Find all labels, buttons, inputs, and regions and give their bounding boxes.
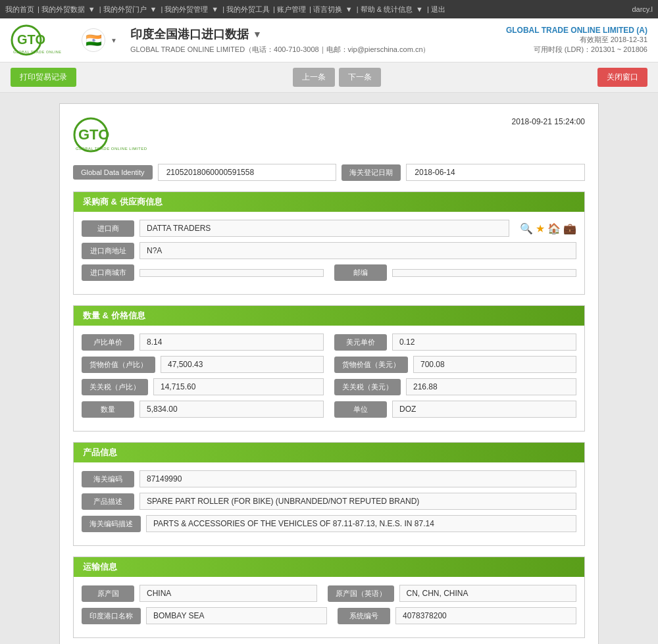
- nav-trade-tools[interactable]: 我的外贸工具: [226, 5, 270, 14]
- tax-row: 关关税（卢比） 14,715.60 关关税（美元） 216.88: [82, 378, 576, 395]
- price-body: 卢比单价 8.14 美元单价 0.12 货物价值（卢比） 47,500.43 货…: [74, 326, 584, 431]
- svg-text:GLOBAL TRADE ONLINE LIMITED: GLOBAL TRADE ONLINE LIMITED: [76, 147, 147, 151]
- home-icon[interactable]: 🏠: [547, 222, 561, 235]
- rupee-unit-value: 8.14: [139, 334, 324, 351]
- product-section-title: 产品信息: [74, 443, 584, 462]
- origin-cn-value: CHINA: [139, 585, 317, 602]
- qty-value: 5,834.00: [139, 401, 324, 418]
- top-toolbar: 打印贸易记录 上一条 下一条 关闭窗口: [0, 62, 658, 93]
- close-button-top[interactable]: 关闭窗口: [597, 68, 647, 87]
- record-datetime: 2018-09-21 15:24:00: [512, 117, 585, 126]
- origin-cn-label: 原产国: [82, 585, 134, 602]
- gdi-value: 21052018060000591558: [158, 164, 337, 181]
- importer-row: 进口商 DATTA TRADERS 🔍 ★ 🏠 💼: [82, 220, 576, 237]
- svg-text:GTO: GTO: [78, 126, 109, 143]
- rupee-tax-value: 14,715.60: [153, 378, 324, 395]
- page-header: GTO GLOBAL TRADE ONLINE 🇮🇳 ▼ 印度全国港口进口数据 …: [0, 18, 658, 62]
- origin-en-label: 原产国（英语）: [328, 585, 394, 602]
- customs-date-value: 2018-06-14: [406, 164, 585, 181]
- usd-tax-value: 216.88: [406, 378, 576, 395]
- usd-val-label: 货物价值（美元）: [334, 357, 408, 373]
- logo-area: GTO GLOBAL TRADE ONLINE 🇮🇳 ▼: [11, 24, 117, 57]
- briefcase-icon[interactable]: 💼: [563, 222, 576, 235]
- gdi-label: Global Data Identity: [73, 165, 153, 180]
- hs-code-label: 海关编码: [82, 471, 134, 487]
- nav-trade-data[interactable]: 我的外贸数据: [41, 5, 85, 14]
- ldr-range: 可用时段 (LDR)：201301 ~ 201806: [506, 45, 647, 55]
- rupee-val-label: 货物价值（卢比）: [82, 357, 155, 373]
- product-desc-label: 产品描述: [82, 493, 134, 510]
- origin-row: 原产国 CHINA 原产国（英语） CN, CHN, CHINA: [82, 585, 576, 602]
- next-button-top[interactable]: 下一条: [339, 68, 381, 87]
- validity: 有效期至 2018-12-31: [506, 35, 647, 45]
- rupee-tax-label: 关关税（卢比）: [82, 379, 148, 395]
- address-row: 进口商地址 N?A: [82, 242, 576, 259]
- product-desc-value: SPARE PART ROLLER (FOR BIKE) (UNBRANDED/…: [139, 493, 576, 510]
- header-middle: 印度全国港口进口数据 ▼ GLOBAL TRADE ONLINE LIMITED…: [130, 26, 506, 55]
- unit-value: DOZ: [392, 401, 576, 418]
- nav-account[interactable]: 账户管理: [277, 5, 306, 14]
- nav-home[interactable]: 我的首页: [5, 5, 34, 14]
- nav-logout[interactable]: 退出: [431, 5, 445, 14]
- city-row: 进口商城市 邮编: [82, 264, 576, 281]
- customs-date-label: 海关登记日期: [342, 164, 401, 181]
- address-value: N?A: [139, 242, 576, 259]
- prev-button-top[interactable]: 上一条: [293, 68, 335, 87]
- hs-desc-value: PARTS & ACCESSORIES OF THE VEHICLES OF 8…: [146, 515, 576, 532]
- sys-value: 4078378200: [395, 607, 576, 624]
- hs-desc-row: 海关编码描述 PARTS & ACCESSORIES OF THE VEHICL…: [82, 515, 576, 532]
- importer-value: DATTA TRADERS: [139, 220, 509, 237]
- gdi-row: Global Data Identity 2105201806000059155…: [73, 164, 585, 181]
- usd-tax-label: 关关税（美元）: [334, 379, 401, 395]
- usd-unit-value: 0.12: [392, 334, 576, 351]
- top-navigation: 我的首页 | 我的外贸数据 ▼ | 我的外贸门户 ▼ | 我的外贸管理 ▼ | …: [0, 0, 658, 18]
- product-body: 海关编码 87149990 产品描述 SPARE PART ROLLER (FO…: [74, 462, 584, 545]
- transport-section: 运输信息 原产国 CHINA 原产国（英语） CN, CHN, CHINA 印度…: [73, 557, 585, 638]
- price-section-title: 数量 & 价格信息: [74, 306, 584, 326]
- rupee-val-value: 47,500.43: [161, 356, 324, 373]
- price-section: 数量 & 价格信息 卢比单价 8.14 美元单价 0.12 货物价值（卢比） 4…: [73, 305, 585, 432]
- svg-text:GTO: GTO: [17, 32, 45, 47]
- user-name: darcy.l: [632, 5, 653, 13]
- usd-unit-label: 美元单价: [334, 334, 387, 351]
- hs-desc-label: 海关编码描述: [82, 516, 141, 532]
- port-label: 印度港口名称: [82, 608, 141, 624]
- postal-value: [392, 269, 576, 277]
- country-flag: 🇮🇳: [82, 28, 105, 52]
- print-button-top[interactable]: 打印贸易记录: [11, 68, 76, 87]
- city-value: [139, 269, 324, 277]
- flag-dropdown-icon[interactable]: ▼: [111, 37, 117, 44]
- transport-section-title: 运输信息: [74, 557, 584, 577]
- nav-help[interactable]: 帮助 & 统计信息: [361, 5, 413, 14]
- search-icon[interactable]: 🔍: [520, 222, 533, 235]
- rupee-unit-label: 卢比单价: [82, 334, 134, 351]
- star-icon[interactable]: ★: [536, 222, 545, 235]
- qty-label: 数量: [82, 401, 134, 418]
- buyer-supplier-body: 进口商 DATTA TRADERS 🔍 ★ 🏠 💼 进口商地址 N?A 进口商城…: [74, 212, 584, 294]
- postal-label: 邮编: [334, 264, 387, 281]
- buyer-supplier-section-title: 采购商 & 供应商信息: [74, 192, 584, 212]
- nav-trade-portal[interactable]: 我的外贸门户: [103, 5, 147, 14]
- sys-label: 系统编号: [338, 608, 390, 624]
- svg-text:GLOBAL TRADE ONLINE: GLOBAL TRADE ONLINE: [13, 50, 61, 54]
- company-name: GLOBAL TRADE ONLINE LIMITED (A): [506, 26, 647, 35]
- header-right: GLOBAL TRADE ONLINE LIMITED (A) 有效期至 201…: [506, 26, 647, 55]
- importer-icons: 🔍 ★ 🏠 💼: [520, 222, 576, 235]
- usd-val-value: 700.08: [413, 356, 576, 373]
- header-subtitle: GLOBAL TRADE ONLINE LIMITED（电话：400-710-3…: [130, 45, 506, 55]
- page-title: 印度全国港口进口数据 ▼: [130, 26, 506, 42]
- nav-trade-manage[interactable]: 我的外贸管理: [164, 5, 208, 14]
- nav-buttons-top: 上一条 下一条: [293, 68, 381, 87]
- record-logo-svg: GTO GLOBAL TRADE ONLINE LIMITED: [73, 117, 165, 153]
- title-dropdown-icon[interactable]: ▼: [253, 29, 262, 39]
- gto-logo-svg: GTO GLOBAL TRADE ONLINE: [11, 24, 76, 56]
- nav-language[interactable]: 语言切换: [313, 5, 342, 14]
- hs-code-row: 海关编码 87149990: [82, 470, 576, 487]
- hs-code-value: 87149990: [139, 470, 576, 487]
- unit-price-row: 卢比单价 8.14 美元单价 0.12: [82, 334, 576, 351]
- product-section: 产品信息 海关编码 87149990 产品描述 SPARE PART ROLLE…: [73, 442, 585, 546]
- main-content: GTO GLOBAL TRADE ONLINE LIMITED 2018-09-…: [0, 93, 658, 644]
- record-header: GTO GLOBAL TRADE ONLINE LIMITED 2018-09-…: [73, 117, 585, 153]
- unit-label: 单位: [334, 401, 387, 418]
- city-label: 进口商城市: [82, 264, 134, 281]
